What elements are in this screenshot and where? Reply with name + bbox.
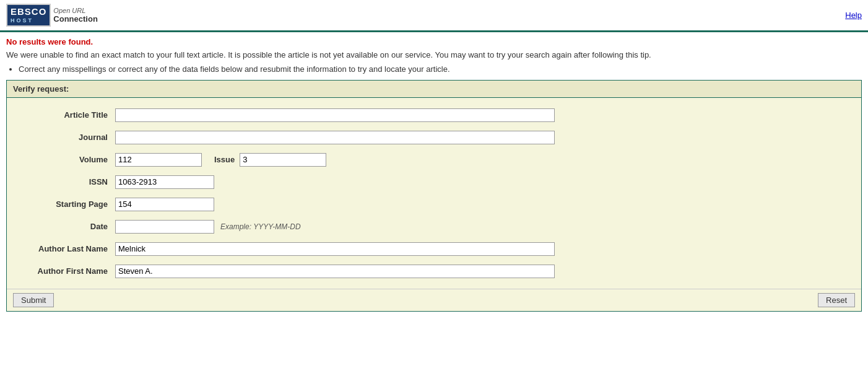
ebsco-logo: EBSCO HOST xyxy=(6,4,51,27)
author-first-input[interactable] xyxy=(115,265,555,278)
author-last-row: Author Last Name xyxy=(7,238,861,260)
ebsco-text: EBSCO xyxy=(11,6,46,17)
main-content: No results were found. We were unable to… xyxy=(0,32,868,317)
author-last-input[interactable] xyxy=(115,242,555,256)
journal-input-area xyxy=(115,131,861,144)
openurl-top-text: Open URL xyxy=(53,7,98,14)
issn-input-area xyxy=(115,175,861,189)
openurl-branding: Open URL Connection xyxy=(53,7,98,24)
date-input-area: Example: YYYY-MM-DD xyxy=(115,220,861,234)
issn-input[interactable] xyxy=(115,175,214,189)
verify-section: Verify request: Article Title Journal Vo… xyxy=(6,80,862,312)
host-text: HOST xyxy=(11,17,46,24)
starting-page-input[interactable] xyxy=(115,198,214,211)
logo-area: EBSCO HOST Open URL Connection xyxy=(6,4,98,27)
volume-issue-row: Volume Issue xyxy=(7,149,861,171)
date-label: Date xyxy=(7,222,115,231)
issue-input[interactable] xyxy=(240,153,326,167)
author-last-label: Author Last Name xyxy=(7,244,115,253)
starting-page-input-area xyxy=(115,198,861,211)
starting-page-label: Starting Page xyxy=(7,199,115,209)
date-example-text: Example: YYYY-MM-DD xyxy=(220,222,301,231)
submit-button[interactable]: Submit xyxy=(13,293,54,307)
journal-row: Journal xyxy=(7,126,861,149)
issn-label: ISSN xyxy=(7,177,115,186)
form-area: Article Title Journal Volume Issue xyxy=(7,98,861,289)
volume-input[interactable] xyxy=(115,153,202,167)
date-row: Date Example: YYYY-MM-DD xyxy=(7,216,861,238)
journal-input[interactable] xyxy=(115,131,555,144)
volume-issue-input-area: Issue xyxy=(115,153,861,167)
article-title-input[interactable] xyxy=(115,108,555,122)
article-title-label: Article Title xyxy=(7,110,115,120)
verify-header: Verify request: xyxy=(7,81,861,98)
reset-button[interactable]: Reset xyxy=(818,293,855,307)
issue-label: Issue xyxy=(214,155,235,164)
footer-bar: Submit Reset xyxy=(7,289,861,311)
openurl-bottom-text: Connection xyxy=(53,14,98,24)
tips-list: Correct any misspellings or correct any … xyxy=(19,64,862,74)
author-first-input-area xyxy=(115,265,861,278)
date-input[interactable] xyxy=(115,220,214,234)
info-text: We were unable to find an exact match to… xyxy=(6,50,862,59)
author-last-input-area xyxy=(115,242,861,256)
article-title-row: Article Title xyxy=(7,104,861,126)
starting-page-row: Starting Page xyxy=(7,193,861,216)
author-first-row: Author First Name xyxy=(7,260,861,283)
journal-label: Journal xyxy=(7,133,115,142)
volume-label: Volume xyxy=(7,155,115,164)
header: EBSCO HOST Open URL Connection Help xyxy=(0,0,868,32)
issn-row: ISSN xyxy=(7,171,861,193)
author-first-label: Author First Name xyxy=(7,266,115,276)
article-title-input-area xyxy=(115,108,861,122)
no-results-message: No results were found. xyxy=(6,37,862,46)
tip-item: Correct any misspellings or correct any … xyxy=(19,64,862,74)
help-link[interactable]: Help xyxy=(845,11,862,20)
